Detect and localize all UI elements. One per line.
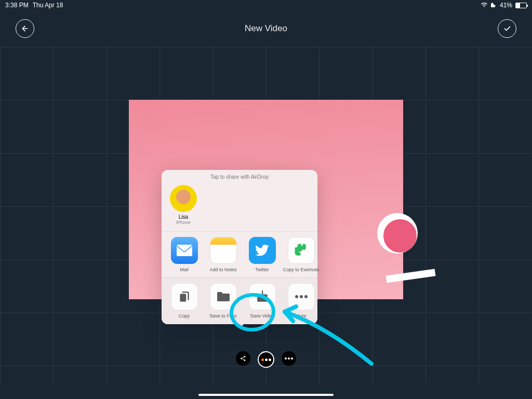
svg-rect-0 [177, 245, 192, 256]
share-actions-row: Copy Save to Files Save Video More [162, 277, 317, 324]
wifi-icon [481, 2, 488, 9]
svg-point-5 [304, 295, 308, 298]
airdrop-device: iPhone [170, 220, 197, 225]
airdrop-name: Lisa [170, 214, 197, 220]
share-action-save-video[interactable]: Save Video [244, 283, 281, 318]
copy-icon [171, 283, 198, 310]
folder-icon [210, 283, 237, 310]
battery-percentage: 41% [500, 2, 512, 9]
canvas-shape-circle[interactable] [377, 213, 418, 254]
share-action-save-to-files[interactable]: Save to Files [205, 283, 242, 318]
share-app-label: Copy to Evernote [283, 267, 320, 272]
share-action-label: Save to Files [205, 313, 242, 318]
popover-caret [235, 324, 244, 328]
svg-point-4 [300, 295, 303, 298]
share-action-copy[interactable]: Copy [166, 283, 203, 318]
more-options-button[interactable] [282, 351, 296, 366]
svg-rect-1 [180, 294, 186, 302]
status-time: 3:38 PM [5, 2, 29, 9]
battery-icon [515, 3, 527, 8]
bottom-toolbar [236, 351, 296, 368]
share-app-label: Twitter [244, 267, 281, 272]
share-action-label: Copy [166, 313, 203, 318]
status-date: Thu Apr 18 [33, 2, 63, 9]
share-sheet-header: Tap to share with AirDrop [162, 170, 317, 183]
nav-bar: New Video [0, 10, 532, 47]
share-app-notes[interactable]: Add to Notes [205, 237, 242, 272]
share-app-mail[interactable]: Mail [166, 237, 203, 272]
svg-point-3 [295, 295, 298, 298]
share-app-twitter[interactable]: Twitter [244, 237, 281, 272]
page-title: New Video [245, 23, 287, 34]
mail-icon [171, 237, 198, 264]
home-indicator[interactable] [198, 394, 334, 396]
more-icon [288, 283, 315, 310]
share-action-label: Save Video [244, 313, 281, 318]
evernote-icon [288, 237, 315, 264]
share-action-label: More [283, 313, 320, 318]
page-indicator-button[interactable] [258, 351, 274, 368]
airdrop-contact[interactable]: Lisa iPhone [170, 185, 197, 225]
back-button[interactable] [16, 19, 34, 38]
twitter-icon [249, 237, 276, 264]
avatar [170, 185, 197, 212]
status-bar: 3:38 PM Thu Apr 18 41% [0, 0, 532, 10]
save-video-icon [249, 283, 276, 310]
share-app-label: Add to Notes [205, 267, 242, 272]
share-button[interactable] [236, 351, 250, 366]
share-apps-row: Mail Add to Notes Twitter Copy to Everno… [162, 231, 317, 277]
share-action-more[interactable]: More [283, 283, 320, 318]
moon-icon [491, 2, 497, 9]
share-sheet: Tap to share with AirDrop Lisa iPhone Ma… [162, 170, 317, 324]
share-app-label: Mail [166, 267, 203, 272]
notes-icon [210, 237, 237, 264]
share-app-evernote[interactable]: Copy to Evernote [283, 237, 320, 272]
confirm-button[interactable] [498, 19, 516, 38]
